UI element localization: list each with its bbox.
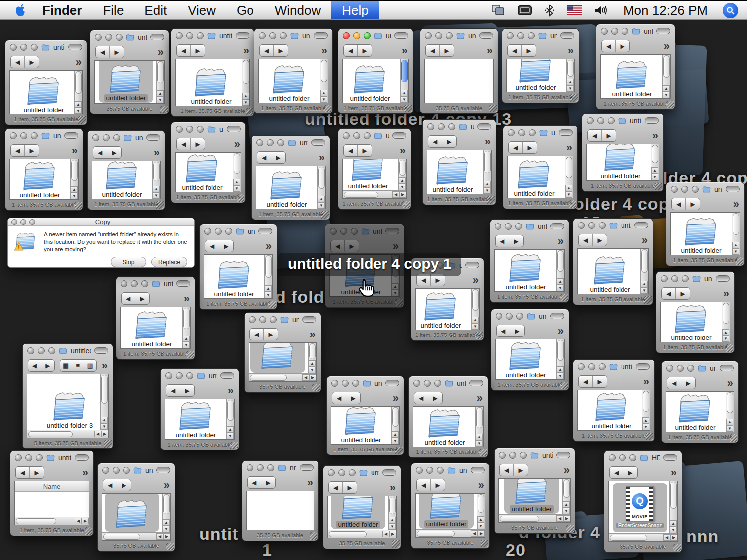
window-content[interactable]: untitled folder Q: [496, 339, 556, 379]
vertical-scroll-thumb[interactable]: [183, 308, 190, 329]
window-content[interactable]: untitled folder Q: [247, 491, 314, 530]
vertical-scrollbar[interactable]: ▲ ▼: [562, 479, 570, 514]
folder-item[interactable]: untitled folder: [105, 494, 159, 532]
vertical-scrollbar[interactable]: ▲ ▼: [152, 161, 160, 199]
resize-grip[interactable]: [310, 532, 317, 540]
toolbar-overflow-icon[interactable]: »: [102, 360, 108, 371]
close-button[interactable]: [578, 222, 585, 229]
horizontal-scrollbar[interactable]: ◀ ▶: [328, 530, 396, 538]
scroll-down-button[interactable]: ▼: [565, 191, 572, 198]
scroll-down-button[interactable]: ▼: [392, 290, 399, 296]
minimize-button[interactable]: [353, 32, 360, 39]
menu-file[interactable]: File: [92, 1, 134, 19]
close-button[interactable]: [10, 132, 17, 139]
resize-grip[interactable]: [646, 433, 653, 440]
vertical-scrollbar[interactable]: ▲ ▼: [722, 302, 730, 342]
close-button[interactable]: [204, 228, 211, 235]
close-button[interactable]: [15, 454, 22, 461]
back-button[interactable]: ◀: [11, 145, 25, 156]
window-titlebar[interactable]: untitl...: [338, 129, 411, 142]
zoom-button[interactable]: [113, 134, 120, 141]
zoom-button[interactable]: [197, 126, 204, 133]
back-button[interactable]: ◀: [672, 198, 686, 210]
list-view-icon[interactable]: ≡: [72, 360, 84, 371]
menu-edit[interactable]: Edit: [134, 1, 177, 19]
window-content[interactable]: untitled folder Q: [495, 250, 556, 291]
toolbar-overflow-icon[interactable]: »: [310, 329, 316, 340]
forward-button[interactable]: ▶: [510, 325, 524, 336]
close-button[interactable]: [330, 228, 337, 235]
resize-grip[interactable]: [569, 200, 576, 208]
window-content[interactable]: untitled folder Q: [666, 392, 726, 432]
toolbar-toggle-button[interactable]: [645, 117, 659, 124]
scroll-down-button[interactable]: ▼: [242, 99, 249, 106]
scroll-right-button[interactable]: ▶: [389, 531, 396, 537]
close-button[interactable]: [671, 186, 678, 193]
minimize-button[interactable]: [340, 228, 347, 235]
finder-window[interactable]: untitl... ◀▶ ▦≡▥ »: [494, 448, 575, 534]
vertical-scroll-thumb[interactable]: [243, 60, 249, 84]
window-titlebar[interactable]: untitl...: [252, 136, 330, 149]
zoom-button[interactable]: [31, 44, 38, 51]
toolbar-toggle-button[interactable]: [716, 275, 730, 282]
scroll-up-button[interactable]: ▲: [265, 285, 272, 292]
resize-grip[interactable]: [321, 211, 329, 219]
vertical-scroll-thumb[interactable]: [389, 497, 396, 514]
back-button[interactable]: ◀: [588, 130, 602, 141]
forward-button[interactable]: ▶: [616, 40, 629, 52]
toolbar-toggle-button[interactable]: [236, 32, 249, 39]
scroll-down-button[interactable]: ▼: [401, 96, 408, 103]
toolbar-toggle-button[interactable]: [176, 280, 190, 287]
scroll-down-button[interactable]: ▼: [153, 192, 160, 199]
scroll-up-button[interactable]: ▲: [651, 167, 658, 174]
vertical-scroll-thumb[interactable]: [670, 482, 677, 509]
forward-button[interactable]: ▶: [509, 235, 523, 247]
window-content[interactable]: untitled folder Q: [15, 492, 89, 517]
bluetooth-icon[interactable]: [544, 4, 555, 17]
scroll-down-button[interactable]: ▼: [233, 185, 240, 192]
window-content[interactable]: untitled folder Q: [499, 479, 562, 514]
toolbar-toggle-button[interactable]: [720, 365, 734, 371]
window-content[interactable]: untitled folder Q: [176, 153, 233, 192]
forward-button[interactable]: ▶: [274, 45, 288, 56]
scroll-left-button[interactable]: ◀: [75, 518, 82, 524]
scroll-right-button[interactable]: ▶: [163, 533, 170, 540]
toolbar-overflow-icon[interactable]: »: [642, 235, 648, 246]
minimize-button[interactable]: [259, 316, 266, 323]
finder-window[interactable]: untitl... ◀▶ ▦≡▥ »: [171, 28, 254, 117]
zoom-button[interactable]: [599, 222, 606, 229]
finder-window[interactable]: untitl... ◀▶ ▦≡▥ »: [244, 312, 321, 393]
forward-button[interactable]: ▶: [180, 385, 194, 396]
zoom-button[interactable]: [682, 275, 689, 282]
toolbar-overflow-icon[interactable]: »: [390, 482, 396, 493]
horizontal-scrollbar[interactable]: ◀ ▶: [609, 533, 677, 541]
minimize-button[interactable]: [342, 380, 349, 387]
resize-grip[interactable]: [237, 194, 244, 202]
movie-item[interactable]: Q MOVIE FinderScreenSnapz: [613, 483, 667, 532]
scroll-up-button[interactable]: ▲: [476, 434, 483, 440]
vertical-scrollbar[interactable]: ▲ ▼: [471, 289, 479, 330]
scroll-up-button[interactable]: ▲: [157, 90, 164, 97]
back-button[interactable]: ◀: [16, 467, 30, 478]
window-content[interactable]: untitled folder Q: [343, 159, 398, 190]
zoom-button[interactable]: [123, 467, 130, 474]
folder-item[interactable]: untitled folder: [250, 343, 305, 373]
resize-grip[interactable]: [560, 382, 568, 389]
scroll-right-button[interactable]: ▶: [399, 191, 406, 198]
resize-grip[interactable]: [489, 105, 497, 112]
resize-grip[interactable]: [74, 202, 82, 209]
vertical-scrollbar[interactable]: ▲ ▼: [162, 494, 170, 532]
window-content[interactable]: untitled folder Q: [416, 494, 477, 529]
close-button[interactable]: [578, 363, 585, 370]
vertical-scroll-thumb[interactable]: [567, 60, 574, 77]
vertical-scroll-thumb[interactable]: [321, 60, 327, 82]
resize-grip[interactable]: [726, 344, 733, 352]
back-button[interactable]: ◀: [417, 479, 431, 491]
dialog-zoom-button[interactable]: [29, 219, 35, 225]
scroll-up-button[interactable]: ▲: [227, 426, 234, 433]
window-titlebar[interactable]: untitled f...: [23, 344, 113, 357]
scroll-up-button[interactable]: ▲: [320, 90, 327, 96]
toolbar-overflow-icon[interactable]: »: [234, 139, 240, 150]
window-content[interactable]: untitled folder Q: [587, 144, 651, 180]
folder-item[interactable]: untitled folder: [124, 307, 179, 348]
